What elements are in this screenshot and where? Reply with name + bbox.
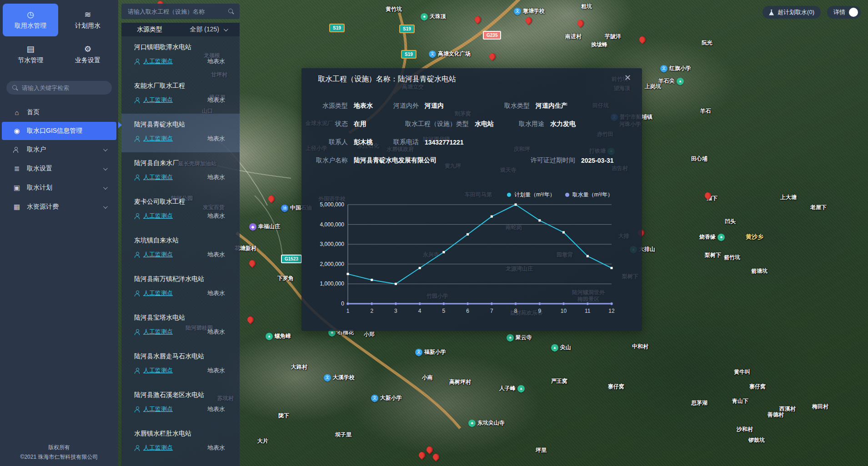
svg-text:8: 8 bbox=[514, 308, 517, 314]
list-item[interactable]: 陆河县激石溪老区水电站 人工监测点 地表水 bbox=[121, 384, 240, 423]
monitor-type[interactable]: 人工监测点 bbox=[134, 57, 173, 65]
legend-dot bbox=[507, 193, 511, 197]
school-marker-icon: 文 bbox=[371, 395, 378, 402]
list-item[interactable]: 陆河县自来水厂 人工监测点 地表水 bbox=[121, 152, 240, 191]
station-pin-icon[interactable] bbox=[524, 16, 533, 25]
sidebar-collapse-arrow[interactable] bbox=[118, 122, 122, 128]
filter-dropdown[interactable]: 全部 (125) bbox=[190, 25, 227, 34]
station-pin-icon[interactable] bbox=[248, 259, 257, 268]
close-icon[interactable]: ✕ bbox=[624, 73, 631, 83]
svg-text:3,000,000: 3,000,000 bbox=[320, 241, 345, 247]
station-pin-icon[interactable] bbox=[417, 451, 426, 460]
station-pin-icon[interactable] bbox=[576, 19, 585, 28]
tile-planned-water-use[interactable]: 计划用水 bbox=[60, 4, 115, 36]
list-item[interactable]: 陆河县南万镇杞洋水电站 人工监测点 地表水 bbox=[121, 268, 240, 307]
map-label: 坝子里 bbox=[335, 431, 351, 439]
monitor-type[interactable]: 人工监测点 bbox=[134, 135, 173, 143]
sidebar-item-intake-settings[interactable]: 取水设置 bbox=[0, 159, 118, 178]
tile-water-saving-management[interactable]: 节水管理 bbox=[3, 38, 58, 71]
list-item[interactable]: 陆河县水唇走马石水电站 人工监测点 地表水 bbox=[121, 346, 240, 384]
sidebar-item-home[interactable]: 首页 bbox=[0, 103, 118, 122]
monitor-type[interactable]: 人工监测点 bbox=[134, 212, 173, 220]
list-item[interactable]: 河口镇唱歌潭水电站 人工监测点 地表水 bbox=[121, 36, 240, 75]
sidebar-item-intake-plan[interactable]: 取水计划 bbox=[0, 178, 118, 197]
sidebar-item-water-users[interactable]: 取水户 bbox=[0, 140, 118, 159]
monitor-type[interactable]: 人工监测点 bbox=[134, 251, 173, 259]
field-label: 取水用途 bbox=[510, 120, 544, 128]
map-label: ♣聚云寺 bbox=[507, 334, 532, 341]
monitor-type[interactable]: 人工监测点 bbox=[134, 96, 173, 104]
map-label: 箭竹坑 bbox=[724, 254, 740, 261]
svg-text:5: 5 bbox=[442, 308, 446, 314]
monitor-type[interactable]: 人工监测点 bbox=[134, 289, 173, 297]
water-source: 地表水 bbox=[207, 405, 225, 413]
map-label: 南进村 bbox=[565, 33, 582, 40]
detail-toggle[interactable]: 详情 bbox=[827, 6, 861, 19]
school-marker-icon: 文 bbox=[415, 349, 422, 356]
temple-marker-icon: ♣ bbox=[507, 334, 514, 341]
map-label: 黄竹坑 bbox=[386, 5, 402, 13]
station-pin-icon[interactable] bbox=[246, 315, 255, 324]
map-label: ♣天珠顶 bbox=[421, 13, 446, 20]
station-pin-icon[interactable] bbox=[425, 445, 434, 454]
monitor-type[interactable]: 人工监测点 bbox=[134, 173, 173, 181]
resort-marker-icon: ◆ bbox=[249, 223, 256, 230]
map-label: 青山下 bbox=[732, 397, 748, 405]
legend-item-intake[interactable]: 取水量（m³/年） bbox=[565, 191, 613, 199]
monitor-type[interactable]: 人工监测点 bbox=[134, 328, 173, 336]
water-source: 地表水 bbox=[207, 57, 225, 65]
tile-label: 取用水管理 bbox=[15, 22, 46, 30]
legend-item-plan[interactable]: 计划量（m³/年） bbox=[507, 191, 555, 199]
location-pin-icon bbox=[13, 127, 21, 135]
map-label: 黄沙乡 bbox=[746, 233, 763, 241]
station-name: 陆河县宝塔水电站 bbox=[134, 314, 225, 322]
map-label: 高树坪村 bbox=[449, 378, 471, 386]
water-source: 地表水 bbox=[207, 96, 225, 104]
map-label: 坪里 bbox=[536, 446, 547, 454]
temple-marker-icon: ♣ bbox=[717, 234, 725, 241]
menu-label: 水资源计费 bbox=[27, 203, 59, 211]
station-search[interactable] bbox=[121, 4, 240, 19]
station-pin-icon[interactable] bbox=[488, 52, 497, 61]
sidebar-item-gis-management[interactable]: 取水口GIS信息管理 bbox=[2, 122, 116, 140]
list-item[interactable]: 麦卡公司取水工程 人工监测点 地表水 bbox=[121, 191, 240, 230]
list-item[interactable]: 友能水厂取水工程 人工监测点 地表水 bbox=[121, 75, 240, 114]
toggle-knob[interactable] bbox=[849, 8, 858, 17]
station-pin-icon[interactable] bbox=[431, 452, 441, 461]
list-item[interactable]: 陆河县青碇水电站 人工监测点 地表水 bbox=[121, 114, 240, 152]
map-label: 善德村 bbox=[768, 411, 784, 419]
over-plan-intake-button[interactable]: 超计划取水(0) bbox=[763, 6, 821, 19]
list-item[interactable]: 陆河县宝塔水电站 人工监测点 地表水 bbox=[121, 307, 240, 346]
chevron-down-icon bbox=[224, 27, 228, 31]
station-name: 水唇镇水栏肚水电站 bbox=[134, 430, 225, 438]
menu-label: 取水户 bbox=[27, 145, 46, 154]
monitor-type[interactable]: 人工监测点 bbox=[134, 405, 173, 413]
station-name: 陆河县自来水厂 bbox=[134, 159, 225, 167]
svg-text:6: 6 bbox=[466, 308, 469, 314]
sidebar-search-input[interactable] bbox=[22, 85, 106, 91]
sidebar-search[interactable] bbox=[6, 81, 112, 95]
monitor-type[interactable]: 人工监测点 bbox=[134, 366, 173, 375]
tile-business-settings[interactable]: 业务设置 bbox=[60, 38, 115, 71]
station-search-input[interactable] bbox=[128, 8, 224, 15]
svg-text:2,000,000: 2,000,000 bbox=[320, 261, 345, 267]
station-pin-icon[interactable] bbox=[638, 35, 647, 44]
list-item[interactable]: 水唇镇水栏肚水电站 人工监测点 地表水 bbox=[121, 423, 240, 461]
water-source: 地表水 bbox=[207, 135, 225, 143]
list-item[interactable]: 东坑镇自来水站 人工监测点 地表水 bbox=[121, 230, 240, 268]
sidebar-item-water-billing[interactable]: 水资源计费 bbox=[0, 197, 118, 216]
legend-dot bbox=[565, 193, 569, 197]
field-label: 取水类型 bbox=[482, 102, 530, 110]
app-tiles: 取用水管理 计划用水 节水管理 业务设置 bbox=[0, 0, 118, 75]
svg-text:1,000,000: 1,000,000 bbox=[320, 281, 345, 287]
station-name: 陆河县激石溪老区水电站 bbox=[134, 391, 225, 399]
field-value: 13432771221 bbox=[419, 139, 464, 146]
mountain-marker-icon: ▲ bbox=[677, 78, 684, 85]
station-pin-icon[interactable] bbox=[267, 194, 276, 203]
tile-water-intake-management[interactable]: 取用水管理 bbox=[3, 4, 58, 36]
station-name: 友能水厂取水工程 bbox=[134, 82, 225, 90]
monitor-type[interactable]: 人工监测点 bbox=[134, 444, 173, 452]
station-pin-icon[interactable] bbox=[473, 15, 482, 24]
field-label: 取水工程（设施）类型 bbox=[389, 120, 469, 128]
map-label: 凹头 bbox=[725, 218, 736, 225]
